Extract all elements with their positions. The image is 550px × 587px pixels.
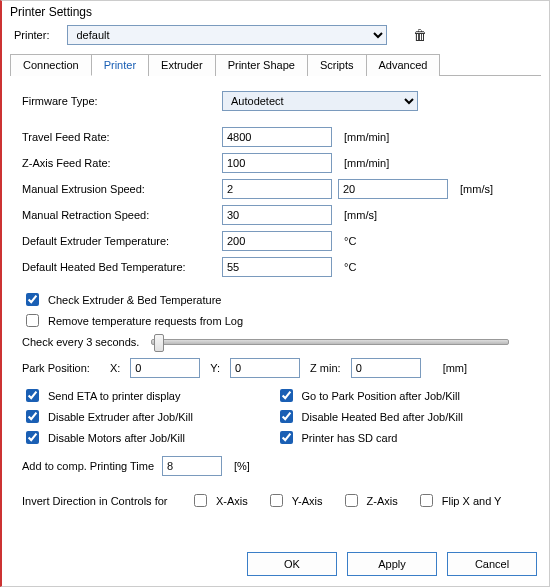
disable-mot-label: Disable Motors after Job/Kill bbox=[48, 432, 185, 444]
disable-bed-checkbox[interactable] bbox=[280, 410, 293, 423]
park-y-input[interactable] bbox=[230, 358, 300, 378]
delete-printer-icon[interactable]: 🗑 bbox=[413, 27, 427, 43]
add-time-label: Add to comp. Printing Time bbox=[22, 460, 162, 472]
invert-x-label: X-Axis bbox=[216, 495, 248, 507]
cancel-button[interactable]: Cancel bbox=[447, 552, 537, 576]
park-pos-label: Park Position: bbox=[22, 362, 90, 374]
flip-xy-label: Flip X and Y bbox=[442, 495, 502, 507]
disable-mot-checkbox[interactable] bbox=[26, 431, 39, 444]
invert-label: Invert Direction in Controls for bbox=[22, 495, 172, 507]
unit-mm-s: [mm/s] bbox=[460, 183, 493, 195]
ext-temp-input[interactable] bbox=[222, 231, 332, 251]
tab-printer[interactable]: Printer bbox=[91, 54, 149, 76]
invert-y-checkbox[interactable] bbox=[270, 494, 283, 507]
unit-mm-s: [mm/s] bbox=[344, 209, 377, 221]
tab-advanced[interactable]: Advanced bbox=[366, 54, 441, 76]
bed-temp-input[interactable] bbox=[222, 257, 332, 277]
unit-mm: [mm] bbox=[443, 362, 467, 374]
slider-thumb[interactable] bbox=[154, 334, 164, 352]
tab-printer-shape[interactable]: Printer Shape bbox=[215, 54, 308, 76]
send-eta-checkbox[interactable] bbox=[26, 389, 39, 402]
unit-pct: [%] bbox=[234, 460, 250, 472]
check-temp-label: Check Extruder & Bed Temperature bbox=[48, 294, 221, 306]
disable-ext-label: Disable Extruder after Job/Kill bbox=[48, 411, 193, 423]
invert-y-label: Y-Axis bbox=[292, 495, 323, 507]
send-eta-label: Send ETA to printer display bbox=[48, 390, 180, 402]
park-y-label: Y: bbox=[210, 362, 220, 374]
disable-ext-checkbox[interactable] bbox=[26, 410, 39, 423]
check-every-label: Check every 3 seconds. bbox=[22, 336, 139, 348]
go-park-label: Go to Park Position after Job/Kill bbox=[302, 390, 460, 402]
unit-mm-min: [mm/min] bbox=[344, 157, 389, 169]
printer-select[interactable]: default bbox=[67, 25, 387, 45]
travel-feed-input[interactable] bbox=[222, 127, 332, 147]
disable-bed-label: Disable Heated Bed after Job/Kill bbox=[302, 411, 463, 423]
firmware-select[interactable]: Autodetect bbox=[222, 91, 418, 111]
go-park-checkbox[interactable] bbox=[280, 389, 293, 402]
z-feed-label: Z-Axis Feed Rate: bbox=[22, 157, 222, 169]
tab-extruder[interactable]: Extruder bbox=[148, 54, 216, 76]
unit-deg-c: °C bbox=[344, 261, 356, 273]
has-sd-checkbox[interactable] bbox=[280, 431, 293, 444]
invert-x-checkbox[interactable] bbox=[194, 494, 207, 507]
manual-ext-input-1[interactable] bbox=[222, 179, 332, 199]
unit-mm-min: [mm/min] bbox=[344, 131, 389, 143]
firmware-label: Firmware Type: bbox=[22, 95, 222, 107]
remove-log-checkbox[interactable] bbox=[26, 314, 39, 327]
invert-z-checkbox[interactable] bbox=[345, 494, 358, 507]
park-x-label: X: bbox=[110, 362, 120, 374]
ok-button[interactable]: OK bbox=[247, 552, 337, 576]
manual-ext-label: Manual Extrusion Speed: bbox=[22, 183, 222, 195]
apply-button[interactable]: Apply bbox=[347, 552, 437, 576]
manual-retr-label: Manual Retraction Speed: bbox=[22, 209, 222, 221]
park-x-input[interactable] bbox=[130, 358, 200, 378]
has-sd-label: Printer has SD card bbox=[302, 432, 398, 444]
park-z-label: Z min: bbox=[310, 362, 341, 374]
check-temp-checkbox[interactable] bbox=[26, 293, 39, 306]
ext-temp-label: Default Extruder Temperature: bbox=[22, 235, 222, 247]
tab-scripts[interactable]: Scripts bbox=[307, 54, 367, 76]
printer-label: Printer: bbox=[14, 29, 49, 41]
travel-feed-label: Travel Feed Rate: bbox=[22, 131, 222, 143]
bed-temp-label: Default Heated Bed Temperature: bbox=[22, 261, 222, 273]
z-feed-input[interactable] bbox=[222, 153, 332, 173]
remove-log-label: Remove temperature requests from Log bbox=[48, 315, 243, 327]
unit-deg-c: °C bbox=[344, 235, 356, 247]
park-z-input[interactable] bbox=[351, 358, 421, 378]
add-time-input[interactable] bbox=[162, 456, 222, 476]
tab-connection[interactable]: Connection bbox=[10, 54, 92, 76]
invert-z-label: Z-Axis bbox=[367, 495, 398, 507]
flip-xy-checkbox[interactable] bbox=[420, 494, 433, 507]
manual-ext-input-2[interactable] bbox=[338, 179, 448, 199]
window-title: Printer Settings bbox=[2, 1, 549, 21]
check-every-slider[interactable] bbox=[151, 339, 509, 345]
manual-retr-input[interactable] bbox=[222, 205, 332, 225]
